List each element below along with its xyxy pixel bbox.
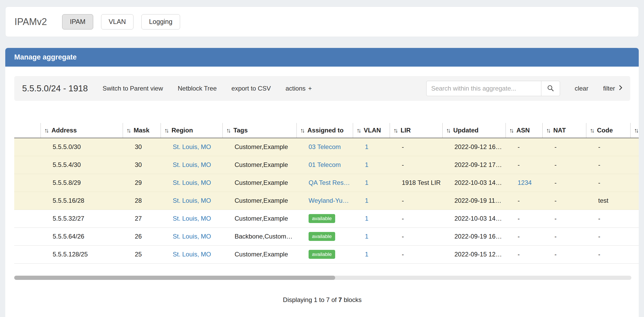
vlan-link[interactable]: 1: [365, 143, 368, 150]
assigned-link[interactable]: 03 Telecom: [309, 143, 341, 150]
sort-icon: ↑↓: [590, 127, 593, 134]
export-csv-link[interactable]: export to CSV: [231, 85, 271, 92]
cell-asn: 1234: [506, 174, 542, 192]
sort-icon: ↑↓: [226, 127, 230, 134]
column-header-nat[interactable]: ↑↓NAT: [542, 123, 586, 138]
cell-tags: Backbone,Custom…: [222, 227, 296, 245]
tab-ipam[interactable]: IPAM: [62, 14, 93, 29]
vlan-link[interactable]: 1: [365, 251, 368, 258]
horizontal-scrollbar-track[interactable]: [14, 276, 631, 280]
cell-tags: Customer,Example: [222, 210, 296, 227]
cell-address: 5.5.5.128/25: [41, 245, 123, 263]
tab-vlan[interactable]: VLAN: [101, 14, 133, 29]
column-label: Address: [52, 127, 77, 134]
column-label: Tags: [234, 127, 248, 134]
cell-asn: -: [506, 192, 542, 210]
assigned-link[interactable]: Weyland-Yu…: [309, 197, 349, 204]
vlan-link[interactable]: 1: [365, 179, 368, 186]
cell-region: St. Louis, MO: [161, 192, 222, 210]
cell-assigned: 01 Telecom: [296, 156, 353, 174]
search-icon: [547, 85, 554, 93]
cell-overflow: [630, 192, 639, 210]
vlan-link[interactable]: 1: [365, 233, 368, 240]
table-row: 5.5.5.0/3030St. Louis, MOCustomer,Exampl…: [14, 138, 639, 156]
app-brand: IPAMv2: [14, 16, 47, 27]
search-button[interactable]: [541, 81, 560, 96]
sort-icon: ↑↓: [300, 127, 304, 134]
available-badge[interactable]: available: [309, 214, 335, 223]
vlan-link[interactable]: 1: [365, 161, 368, 168]
column-header-address[interactable]: ↑↓Address: [41, 123, 123, 138]
column-label: Assigned to: [308, 127, 344, 134]
cell-mask: 30: [123, 138, 161, 156]
cell-nat: -: [542, 174, 586, 192]
table-row: 5.5.5.16/2828St. Louis, MOCustomer,Examp…: [14, 192, 639, 210]
region-link[interactable]: St. Louis, MO: [173, 197, 211, 204]
region-link[interactable]: St. Louis, MO: [173, 215, 211, 222]
switch-parent-view-link[interactable]: Switch to Parent view: [103, 85, 163, 92]
sort-icon: ↑↓: [509, 127, 513, 134]
column-label: VLAN: [364, 127, 381, 134]
asn-link[interactable]: 1234: [518, 179, 532, 186]
cell-tags: Customer,Example: [222, 156, 296, 174]
available-badge[interactable]: available: [309, 232, 335, 241]
panel-body: 5.5.5.0/24 - 1918 Switch to Parent view …: [5, 67, 639, 317]
tab-logging[interactable]: Logging: [141, 14, 180, 29]
cell-vlan: 1: [353, 174, 390, 192]
table-header-row: ↑↓Address↑↓Mask↑↓Region↑↓Tags↑↓Assigned …: [14, 123, 639, 138]
vlan-link[interactable]: 1: [365, 215, 368, 222]
cell-updated: 2022-09-12 16…: [442, 138, 506, 156]
vlan-link[interactable]: 1: [365, 197, 368, 204]
netblock-tree-link[interactable]: Netblock Tree: [178, 85, 217, 92]
assigned-link[interactable]: QA Test Res…: [309, 179, 350, 186]
search-input[interactable]: [426, 81, 541, 96]
cell-mask: 26: [123, 227, 161, 245]
table-row: 5.5.5.128/2525St. Louis, MOCustomer,Exam…: [14, 245, 639, 263]
cell-mask: 28: [123, 192, 161, 210]
column-header-region[interactable]: ↑↓Region: [161, 123, 222, 138]
column-header-updated[interactable]: ↑↓Updated: [442, 123, 506, 138]
filter-link[interactable]: filter: [603, 85, 622, 92]
cell-vlan: 1: [353, 245, 390, 263]
column-header-asn[interactable]: ↑↓ASN: [506, 123, 542, 138]
cell-nat: -: [542, 138, 586, 156]
cell-lir: -: [390, 245, 442, 263]
cell-spacer: [14, 245, 41, 263]
column-header-overflow[interactable]: ↑↓: [630, 123, 639, 138]
cell-updated: 2022-10-03 14…: [442, 210, 506, 227]
cell-nat: -: [542, 245, 586, 263]
cell-mask: 25: [123, 245, 161, 263]
column-header-tags[interactable]: ↑↓Tags: [222, 123, 296, 138]
cell-assigned: Weyland-Yu…: [296, 192, 353, 210]
assigned-link[interactable]: 01 Telecom: [309, 161, 341, 168]
cell-address: 5.5.5.64/26: [41, 227, 123, 245]
region-link[interactable]: St. Louis, MO: [173, 179, 211, 186]
cell-asn: -: [506, 156, 542, 174]
region-link[interactable]: St. Louis, MO: [173, 143, 211, 150]
cell-asn: -: [506, 227, 542, 245]
cell-vlan: 1: [353, 227, 390, 245]
column-header-assigned[interactable]: ↑↓Assigned to: [296, 123, 353, 138]
column-header-lir[interactable]: ↑↓LIR: [390, 123, 442, 138]
table-summary: Displaying 1 to 7 of 7 blocks: [14, 296, 630, 304]
cell-vlan: 1: [353, 156, 390, 174]
region-link[interactable]: St. Louis, MO: [173, 251, 211, 258]
search-group: [426, 81, 560, 96]
cell-code: test: [586, 192, 630, 210]
column-header-mask[interactable]: ↑↓Mask: [123, 123, 161, 138]
available-badge[interactable]: available: [309, 250, 335, 259]
cell-code: -: [586, 245, 630, 263]
horizontal-scrollbar-thumb[interactable]: [14, 276, 335, 280]
region-link[interactable]: St. Louis, MO: [173, 233, 211, 240]
actions-menu-link[interactable]: actions+: [285, 85, 312, 92]
clear-filter-link[interactable]: clear: [575, 85, 588, 92]
top-navigation-bar: IPAMv2 IPAM VLAN Logging: [5, 7, 639, 37]
column-header-vlan[interactable]: ↑↓VLAN: [353, 123, 390, 138]
region-link[interactable]: St. Louis, MO: [173, 161, 211, 168]
cell-spacer: [14, 227, 41, 245]
cell-vlan: 1: [353, 210, 390, 227]
cell-region: St. Louis, MO: [161, 210, 222, 227]
cell-address: 5.5.5.0/30: [41, 138, 123, 156]
column-header-code[interactable]: ↑↓Code: [586, 123, 630, 138]
cell-vlan: 1: [353, 192, 390, 210]
